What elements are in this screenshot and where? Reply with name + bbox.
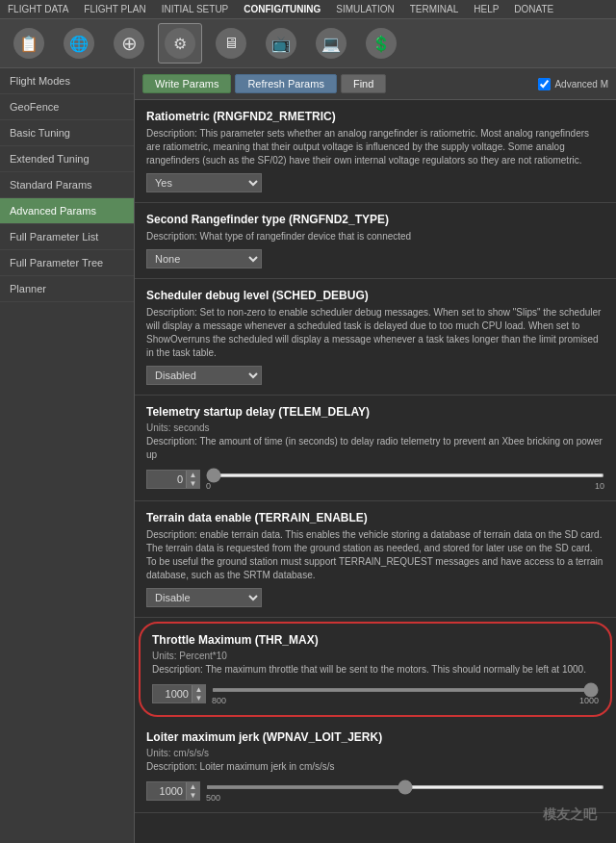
sidebar-item-planner[interactable]: Planner xyxy=(0,276,134,302)
param-telem-delay: Telemetry startup delay (TELEM_DELAY) Un… xyxy=(135,396,616,501)
telem-delay-max-label: 10 xyxy=(595,481,604,491)
thr-max-title: Throttle Maximum (THR_MAX) xyxy=(152,633,599,647)
param-thr-max: Throttle Maximum (THR_MAX) Units: Percen… xyxy=(139,622,612,717)
initial-setup-btn[interactable]: ⊕ xyxy=(108,24,150,63)
telem-delay-input[interactable] xyxy=(147,472,186,487)
param-terrain-enable: Terrain data enable (TERRAIN_ENABLE) Des… xyxy=(135,501,616,618)
thr-max-input[interactable] xyxy=(153,686,192,702)
telem-delay-desc: Description: The amount of time (in seco… xyxy=(146,435,604,462)
thr-max-down[interactable]: ▼ xyxy=(192,694,205,702)
sched-debug-select-wrap: Disabled ShowSlips ShowOverruns xyxy=(146,366,604,385)
second-rangefinder-select-wrap: None Analog xyxy=(146,249,604,268)
main-layout: Flight Modes GeoFence Basic Tuning Exten… xyxy=(0,68,616,843)
thr-max-control: ▲ ▼ 800 1000 xyxy=(152,682,599,705)
thr-max-max-label: 1000 xyxy=(579,696,599,705)
telem-delay-down[interactable]: ▼ xyxy=(186,479,199,488)
terrain-enable-select-wrap: Disable Enable xyxy=(146,588,604,607)
terminal-icon: 📺 xyxy=(266,28,296,59)
sidebar-item-flight-modes[interactable]: Flight Modes xyxy=(0,68,134,94)
telem-delay-slider[interactable] xyxy=(206,473,604,477)
menu-flight-plan[interactable]: FLIGHT PLAN xyxy=(80,2,149,16)
advanced-mode-label: Advanced M xyxy=(554,79,608,89)
sidebar-item-geofence[interactable]: GeoFence xyxy=(0,94,134,120)
help-icon: 💻 xyxy=(316,28,346,59)
sidebar: Flight Modes GeoFence Basic Tuning Exten… xyxy=(0,68,135,843)
thr-max-slider-wrap: 800 1000 xyxy=(212,682,599,705)
sidebar-item-advanced-params[interactable]: Advanced Params xyxy=(0,198,134,224)
loiter-jerk-input-wrap: ▲ ▼ xyxy=(146,781,200,801)
loiter-jerk-min-label: 500 xyxy=(206,793,220,803)
top-menu-bar: FLIGHT DATA FLIGHT PLAN INITIAL SETUP CO… xyxy=(0,0,616,19)
thr-max-units: Units: Percent*10 xyxy=(152,651,599,661)
ratiometric-select[interactable]: Yes No xyxy=(146,173,262,192)
help-btn[interactable]: 💻 xyxy=(310,24,352,63)
find-button[interactable]: Find xyxy=(341,74,386,93)
loiter-jerk-slider-wrap: 500 xyxy=(206,779,604,803)
thr-max-slider[interactable] xyxy=(212,688,599,692)
flight-data-icon: 📋 xyxy=(13,28,44,59)
initial-setup-icon: ⊕ xyxy=(114,28,144,59)
thr-max-input-wrap: ▲ ▼ xyxy=(152,684,206,703)
sched-debug-desc: Description: Set to non-zero to enable s… xyxy=(146,306,604,360)
sidebar-item-full-param-list[interactable]: Full Parameter List xyxy=(0,224,134,250)
advanced-mode-checkbox[interactable] xyxy=(538,78,551,90)
sidebar-item-full-param-tree[interactable]: Full Parameter Tree xyxy=(0,250,134,276)
param-sched-debug: Scheduler debug level (SCHED_DEBUG) Desc… xyxy=(135,279,616,396)
content-area: Write Params Refresh Params Find Advance… xyxy=(135,68,616,843)
telem-delay-units: Units: seconds xyxy=(146,422,604,433)
sched-debug-title: Scheduler debug level (SCHED_DEBUG) xyxy=(146,289,604,302)
flight-plan-icon: 🌐 xyxy=(64,28,94,59)
config-tuning-icon: ⚙ xyxy=(165,28,195,59)
telem-delay-min-label: 0 xyxy=(206,481,211,491)
loiter-jerk-spinner: ▲ ▼ xyxy=(186,782,199,800)
simulation-btn[interactable]: 🖥 xyxy=(210,24,252,63)
telem-delay-spinner: ▲ ▼ xyxy=(186,471,199,488)
loiter-jerk-down[interactable]: ▼ xyxy=(186,791,199,800)
ratiometric-title: Ratiometric (RNGFND2_RMETRIC) xyxy=(146,110,604,123)
thr-max-spinner: ▲ ▼ xyxy=(192,685,205,702)
advanced-mode-checkbox-wrap: Advanced M xyxy=(538,78,608,90)
param-loiter-jerk: Loiter maximum jerk (WPNAV_LOIT_JERK) Un… xyxy=(135,721,616,813)
loiter-jerk-up[interactable]: ▲ xyxy=(186,782,199,791)
config-tuning-btn[interactable]: ⚙ xyxy=(158,23,202,64)
param-ratiometric: Ratiometric (RNGFND2_RMETRIC) Descriptio… xyxy=(135,100,616,203)
menu-terminal[interactable]: TERMINAL xyxy=(406,2,463,16)
loiter-jerk-slider[interactable] xyxy=(206,785,604,789)
telem-delay-title: Telemetry startup delay (TELEM_DELAY) xyxy=(146,405,604,419)
ratiometric-select-wrap: Yes No xyxy=(146,173,604,192)
loiter-jerk-input[interactable] xyxy=(147,783,186,799)
menu-flight-data[interactable]: FLIGHT DATA xyxy=(4,2,72,16)
loiter-jerk-desc: Description: Loiter maximum jerk in cm/s… xyxy=(146,760,604,774)
menu-donate[interactable]: DONATE xyxy=(510,2,557,16)
sched-debug-select[interactable]: Disabled ShowSlips ShowOverruns xyxy=(146,366,262,385)
flight-data-btn[interactable]: 📋 xyxy=(8,24,50,63)
terrain-enable-title: Terrain data enable (TERRAIN_ENABLE) xyxy=(146,511,604,524)
telem-delay-slider-wrap: 0 10 xyxy=(206,468,604,491)
sidebar-item-basic-tuning[interactable]: Basic Tuning xyxy=(0,120,134,146)
loiter-jerk-control: ▲ ▼ 500 xyxy=(146,779,604,803)
thr-max-up[interactable]: ▲ xyxy=(192,685,205,694)
menu-help[interactable]: HELP xyxy=(470,2,502,16)
menu-simulation[interactable]: SIMULATION xyxy=(332,2,398,16)
terminal-btn[interactable]: 📺 xyxy=(260,24,302,63)
write-params-button[interactable]: Write Params xyxy=(142,74,231,93)
sidebar-item-standard-params[interactable]: Standard Params xyxy=(0,172,134,198)
sidebar-item-extended-tuning[interactable]: Extended Tuning xyxy=(0,146,134,172)
thr-max-desc: Description: The maximum throttle that w… xyxy=(152,663,599,677)
menu-config-tuning[interactable]: CONFIG/TUNING xyxy=(240,2,324,16)
loiter-jerk-units: Units: cm/s/s/s xyxy=(146,748,604,758)
telem-delay-up[interactable]: ▲ xyxy=(186,471,199,479)
param-toolbar: Write Params Refresh Params Find Advance… xyxy=(135,68,616,100)
second-rangefinder-title: Second Rangefinder type (RNGFND2_TYPE) xyxy=(146,213,604,226)
menu-initial-setup[interactable]: INITIAL SETUP xyxy=(158,2,233,16)
thr-max-min-label: 800 xyxy=(212,696,226,705)
refresh-params-button[interactable]: Refresh Params xyxy=(235,74,336,93)
donate-icon: 💲 xyxy=(366,28,397,59)
second-rangefinder-select[interactable]: None Analog xyxy=(146,249,262,268)
donate-btn[interactable]: 💲 xyxy=(360,24,402,63)
telem-delay-input-wrap: ▲ ▼ xyxy=(146,470,200,489)
second-rangefinder-desc: Description: What type of rangefinder de… xyxy=(146,230,604,243)
loiter-jerk-title: Loiter maximum jerk (WPNAV_LOIT_JERK) xyxy=(146,730,604,744)
flight-plan-btn[interactable]: 🌐 xyxy=(58,24,100,63)
terrain-enable-select[interactable]: Disable Enable xyxy=(146,588,262,607)
